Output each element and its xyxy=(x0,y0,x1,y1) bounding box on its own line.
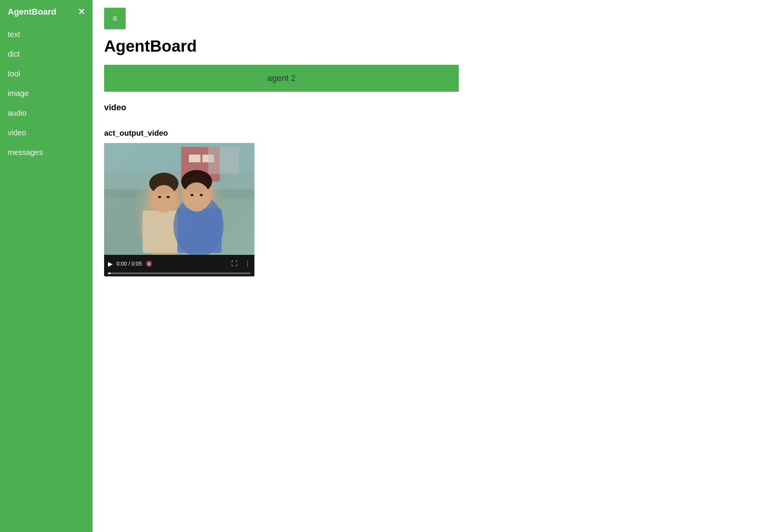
page-title: AgentBoard xyxy=(104,37,756,56)
time-display: 0:00 / 0:05 xyxy=(116,261,142,267)
sidebar-header: AgentBoard ✕ xyxy=(0,0,93,21)
video-thumbnail xyxy=(104,143,254,255)
video-controls: ▶ 0:00 / 0:05 🔇 ⛶ ⋮ xyxy=(104,255,254,273)
sidebar-item-audio[interactable]: audio xyxy=(0,103,93,123)
sidebar-item-image[interactable]: image xyxy=(0,84,93,103)
video-player[interactable]: ▶ 0:00 / 0:05 🔇 ⛶ ⋮ xyxy=(104,143,254,276)
section-label: video xyxy=(104,103,756,113)
svg-point-19 xyxy=(200,194,203,196)
more-icon[interactable]: ⋮ xyxy=(244,260,251,268)
svg-rect-13 xyxy=(177,209,222,253)
sidebar-item-messages[interactable]: messages xyxy=(0,143,93,162)
close-icon[interactable]: ✕ xyxy=(78,8,85,16)
sidebar-nav: text dict tool image audio video message… xyxy=(0,21,93,166)
output-label: act_output_video xyxy=(104,129,756,138)
volume-icon[interactable]: 🔇 xyxy=(146,261,152,267)
sidebar-item-text[interactable]: text xyxy=(0,25,93,44)
svg-rect-5 xyxy=(208,147,239,174)
svg-point-18 xyxy=(190,194,194,196)
svg-point-14 xyxy=(152,185,176,213)
content-area: AgentBoard agent 2 video act_output_vide… xyxy=(93,33,768,288)
sidebar-item-tool[interactable]: tool xyxy=(0,64,93,84)
sidebar-title: AgentBoard xyxy=(8,7,56,17)
svg-point-17 xyxy=(167,196,170,198)
sidebar-item-dict[interactable]: dict xyxy=(0,44,93,64)
sidebar: AgentBoard ✕ text dict tool image audio … xyxy=(0,0,93,532)
svg-point-16 xyxy=(158,196,161,198)
fullscreen-icon[interactable]: ⛶ xyxy=(231,260,237,267)
svg-rect-3 xyxy=(189,155,200,162)
progress-bar-fill xyxy=(108,273,111,274)
main-content: ≡ AgentBoard agent 2 video act_output_vi… xyxy=(93,0,768,532)
video-frame-svg xyxy=(104,143,254,255)
toolbar: ≡ xyxy=(93,0,768,33)
progress-bar-track[interactable] xyxy=(108,273,251,274)
svg-point-15 xyxy=(184,182,210,212)
sidebar-item-video[interactable]: video xyxy=(0,123,93,143)
play-icon[interactable]: ▶ xyxy=(108,260,113,268)
agent-banner[interactable]: agent 2 xyxy=(104,65,459,92)
hamburger-icon: ≡ xyxy=(113,14,118,23)
menu-toggle-button[interactable]: ≡ xyxy=(104,8,126,29)
progress-bar-container[interactable] xyxy=(104,273,254,276)
